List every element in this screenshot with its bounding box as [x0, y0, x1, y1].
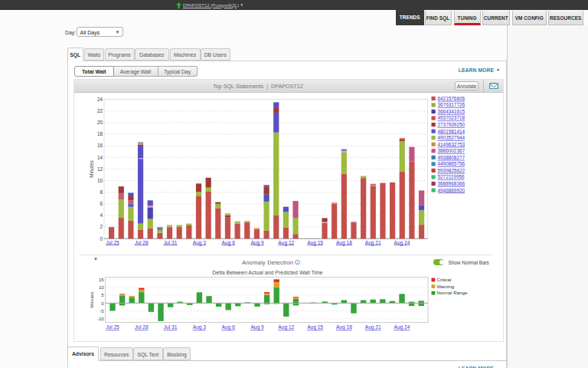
svg-text:Aug 18: Aug 18 — [336, 324, 352, 330]
svg-text:Aug 24: Aug 24 — [394, 240, 410, 246]
svg-text:6421576606: 6421576606 — [438, 96, 466, 101]
svg-text:Minutes: Minutes — [89, 160, 94, 177]
svg-text:Aug 15: Aug 15 — [307, 240, 323, 246]
svg-text:14: 14 — [97, 155, 103, 160]
svg-text:Minutes: Minutes — [89, 291, 94, 307]
svg-text:5939825622: 5939825622 — [438, 168, 466, 173]
svg-text:2737939250: 2737939250 — [438, 122, 466, 127]
svg-text:Aug 21: Aug 21 — [365, 324, 381, 330]
svg-text:Aug 6: Aug 6 — [222, 240, 236, 246]
svg-text:Jul 25: Jul 25 — [106, 324, 119, 330]
svg-text:Aug 6: Aug 6 — [222, 324, 236, 330]
svg-text:Jul 31: Jul 31 — [164, 240, 178, 245]
svg-text:4: 4 — [100, 212, 103, 218]
svg-text:10: 10 — [99, 284, 104, 290]
svg-text:Jul 28: Jul 28 — [135, 324, 149, 330]
svg-text:Normal Range: Normal Range — [437, 290, 468, 295]
svg-text:Aug 21: Aug 21 — [365, 240, 381, 246]
svg-text:Aug 3: Aug 3 — [193, 324, 207, 330]
svg-text:3676317726: 3676317726 — [438, 102, 466, 107]
svg-text:Aug 9: Aug 9 — [250, 240, 264, 246]
svg-text:15: 15 — [99, 277, 104, 282]
svg-text:5: 5 — [101, 292, 104, 297]
svg-text:4903527944: 4903527944 — [438, 135, 466, 140]
svg-text:3886002367: 3886002367 — [438, 148, 466, 153]
svg-text:18: 18 — [97, 131, 103, 136]
svg-text:-5: -5 — [100, 308, 104, 314]
svg-text:22: 22 — [97, 108, 103, 113]
svg-text:Aug 24: Aug 24 — [394, 324, 410, 330]
svg-text:4946869920: 4946869920 — [438, 188, 466, 193]
svg-text:12: 12 — [97, 166, 103, 172]
svg-text:Aug 3: Aug 3 — [193, 240, 207, 246]
svg-text:8: 8 — [100, 189, 103, 195]
svg-text:5272119956: 5272119956 — [438, 174, 466, 179]
svg-text:3664341615: 3664341615 — [438, 109, 466, 114]
svg-text:3688968366: 3688968366 — [438, 181, 466, 186]
svg-text:4938808277: 4938808277 — [438, 155, 466, 160]
svg-text:-10: -10 — [97, 316, 104, 321]
svg-text:Aug 15: Aug 15 — [307, 324, 323, 330]
svg-text:0: 0 — [101, 301, 104, 306]
svg-text:10: 10 — [97, 178, 103, 183]
svg-text:4801981414: 4801981414 — [438, 129, 466, 134]
svg-text:16: 16 — [97, 143, 103, 148]
svg-text:Critical: Critical — [437, 277, 452, 282]
svg-text:4490865756: 4490865756 — [438, 161, 466, 166]
svg-text:0: 0 — [100, 236, 103, 242]
svg-text:Jul 25: Jul 25 — [106, 240, 119, 245]
svg-text:4149632753: 4149632753 — [438, 142, 466, 147]
svg-text:Jul 28: Jul 28 — [135, 240, 149, 245]
svg-text:2: 2 — [100, 224, 103, 229]
svg-text:Warning: Warning — [437, 284, 455, 289]
svg-text:6: 6 — [100, 201, 103, 206]
svg-text:24: 24 — [97, 97, 103, 102]
svg-text:Aug 12: Aug 12 — [278, 324, 294, 330]
svg-text:Jul 31: Jul 31 — [164, 324, 178, 330]
svg-text:4937023718: 4937023718 — [438, 115, 466, 120]
svg-text:Aug 18: Aug 18 — [336, 240, 352, 246]
svg-text:Aug 12: Aug 12 — [278, 240, 294, 246]
svg-text:20: 20 — [97, 120, 103, 125]
svg-text:Aug 9: Aug 9 — [250, 324, 264, 330]
